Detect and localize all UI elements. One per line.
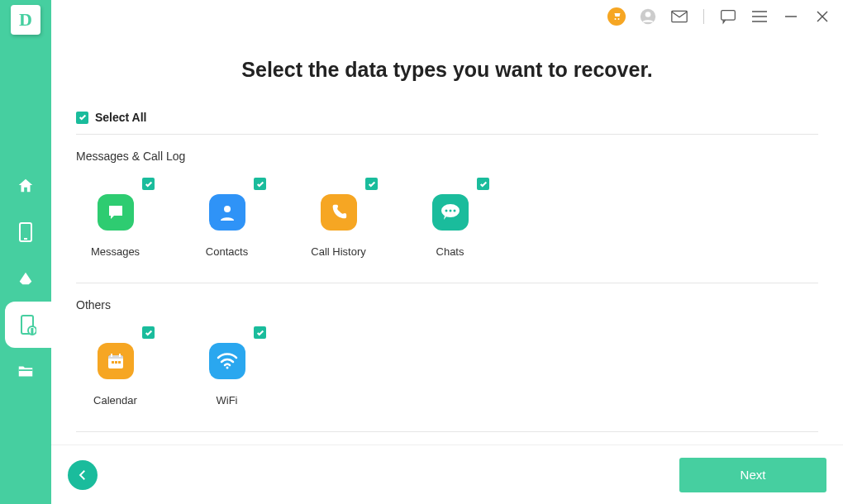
tile-checkbox[interactable] [254,326,266,339]
content: Select the data types you want to recove… [51,33,843,445]
svg-point-16 [224,206,231,212]
svg-point-28 [226,367,228,369]
phone-icon [321,194,357,231]
divider [703,9,704,24]
section-title: Messages & Call Log [76,150,818,163]
tile-checkbox[interactable] [142,178,155,190]
svg-text:!: ! [31,328,33,334]
cart-icon[interactable] [607,7,626,26]
calendar-icon [98,343,134,379]
chat-bubble-icon [98,194,134,231]
select-all-checkbox[interactable] [76,112,88,124]
nav-cloud[interactable] [0,255,51,302]
nav-device[interactable] [0,209,51,255]
tile-label: WiFi [217,394,238,407]
svg-rect-5 [19,369,33,371]
tile-checkbox[interactable] [365,178,378,190]
nav-home[interactable] [0,163,51,209]
svg-point-7 [645,12,651,17]
tile-label: Call History [311,245,365,258]
tile-grid: CalendarWiFi [76,326,818,407]
nav-folder[interactable] [0,348,51,394]
close-icon[interactable] [813,7,831,26]
next-button[interactable]: Next [679,458,826,492]
svg-rect-8 [672,11,687,21]
tile-label: Calendar [93,394,137,407]
select-all-row[interactable]: Select All [76,111,818,124]
person-icon [209,194,245,231]
footer-bar: Next [51,445,843,504]
data-type-tile[interactable]: WiFi [188,326,266,407]
data-type-tile[interactable]: Contacts [188,178,266,258]
divider-line [76,134,818,135]
tile-label: Contacts [206,245,248,258]
sections: Messages & Call LogMessagesContactsCall … [76,150,818,432]
mail-icon[interactable] [670,7,688,26]
tile-checkbox[interactable] [254,178,266,190]
main-area: Select the data types you want to recove… [51,0,843,504]
data-type-tile[interactable]: Messages [76,178,155,258]
data-type-tile[interactable]: Call History [299,178,378,258]
svg-point-18 [445,210,447,212]
app-root: D ! [0,0,843,504]
feedback-icon[interactable] [719,7,737,26]
divider-line [76,431,818,432]
app-logo: D [11,5,40,35]
svg-rect-27 [118,361,121,364]
minimize-icon[interactable] [782,7,800,26]
svg-point-19 [449,210,451,212]
tile-grid: MessagesContactsCall HistoryChats [76,178,818,258]
tile-checkbox[interactable] [142,326,155,339]
data-type-tile[interactable]: Chats [411,178,489,258]
wifi-icon [209,343,245,379]
svg-rect-25 [112,361,114,364]
select-all-label: Select All [95,111,147,124]
chats-icon [432,194,469,231]
svg-point-20 [453,210,455,212]
svg-rect-26 [115,361,117,364]
nav-device-alert[interactable]: ! [5,302,51,348]
back-button[interactable] [68,460,98,490]
titlebar [51,0,843,33]
user-icon[interactable] [639,7,657,26]
data-type-tile[interactable]: Calendar [76,326,155,407]
tile-label: Chats [436,245,464,258]
svg-rect-9 [722,11,736,21]
tile-checkbox[interactable] [477,178,489,190]
page-title: Select the data types you want to recove… [76,58,818,82]
section-title: Others [76,298,818,311]
divider-line [76,283,818,283]
sidebar: D ! [0,0,51,504]
menu-icon[interactable] [750,7,769,26]
tile-label: Messages [91,245,140,258]
svg-rect-22 [108,355,123,359]
